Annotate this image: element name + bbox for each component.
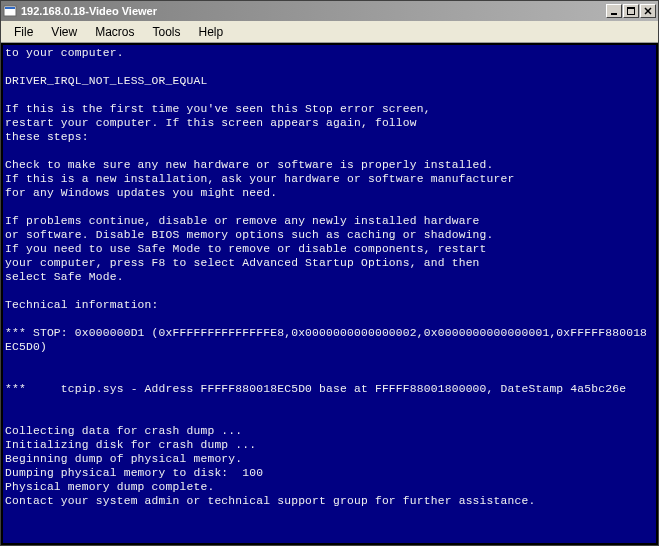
- bsod-line: your computer, press F8 to select Advanc…: [5, 257, 480, 269]
- bsod-line: for any Windows updates you might need.: [5, 187, 277, 199]
- menu-macros[interactable]: Macros: [86, 23, 143, 41]
- bsod-error-code: DRIVER_IRQL_NOT_LESS_OR_EQUAL: [5, 75, 207, 87]
- bsod-line: Check to make sure any new hardware or s…: [5, 159, 494, 171]
- bsod-dump-line: Contact your system admin or technical s…: [5, 495, 535, 507]
- bsod-line: or software. Disable BIOS memory options…: [5, 229, 494, 241]
- menu-tools[interactable]: Tools: [143, 23, 189, 41]
- bsod-line: If this is the first time you've seen th…: [5, 103, 431, 115]
- maximize-button[interactable]: [623, 4, 639, 18]
- bsod-dump-line: Collecting data for crash dump ...: [5, 425, 242, 437]
- bsod-line: If you need to use Safe Mode to remove o…: [5, 243, 487, 255]
- minimize-button[interactable]: [606, 4, 622, 18]
- bsod-line: If this is a new installation, ask your …: [5, 173, 514, 185]
- bsod-line: restart your computer. If this screen ap…: [5, 117, 417, 129]
- bsod-line: select Safe Mode.: [5, 271, 124, 283]
- titlebar[interactable]: 192.168.0.18-Video Viewer: [1, 1, 658, 21]
- menu-file[interactable]: File: [5, 23, 42, 41]
- svg-rect-2: [611, 13, 617, 15]
- bsod-line: to your computer.: [5, 47, 124, 59]
- bsod-line: these steps:: [5, 131, 89, 143]
- bsod-line: If problems continue, disable or remove …: [5, 215, 480, 227]
- bsod-dump-line: Beginning dump of physical memory.: [5, 453, 242, 465]
- bsod-module: *** tcpip.sys - Address FFFFF880018EC5D0…: [5, 383, 626, 395]
- window-controls: [606, 4, 656, 18]
- bsod-stop-code: *** STOP: 0x000000D1 (0xFFFFFFFFFFFFFFE8…: [5, 327, 647, 353]
- bsod-dump-line: Initializing disk for crash dump ...: [5, 439, 256, 451]
- menubar: File View Macros Tools Help: [1, 21, 658, 43]
- bsod-tech-header: Technical information:: [5, 299, 159, 311]
- window-title: 192.168.0.18-Video Viewer: [21, 5, 606, 17]
- bsod-dump-line: Physical memory dump complete.: [5, 481, 214, 493]
- menu-view[interactable]: View: [42, 23, 86, 41]
- svg-rect-4: [627, 7, 635, 9]
- bsod-screen: to your computer. DRIVER_IRQL_NOT_LESS_O…: [3, 45, 656, 543]
- video-content: to your computer. DRIVER_IRQL_NOT_LESS_O…: [1, 43, 658, 545]
- svg-rect-1: [5, 7, 15, 9]
- app-window: 192.168.0.18-Video Viewer File View Macr…: [0, 0, 659, 546]
- bsod-dump-line: Dumping physical memory to disk: 100: [5, 467, 263, 479]
- menu-help[interactable]: Help: [190, 23, 233, 41]
- close-button[interactable]: [640, 4, 656, 18]
- app-icon: [3, 4, 17, 18]
